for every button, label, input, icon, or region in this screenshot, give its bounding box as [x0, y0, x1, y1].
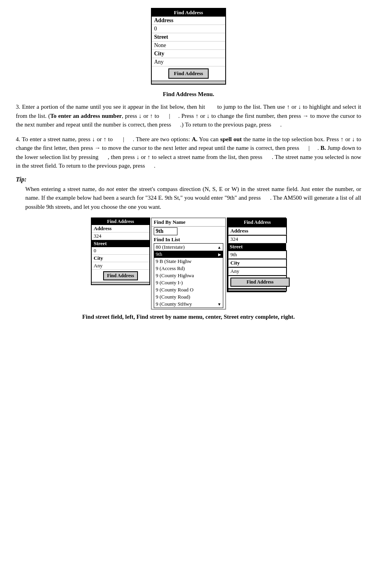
list-item-selected[interactable]: 9th ▶: [154, 251, 223, 258]
find-by-name-panel: Find By Name 9th Find In List 80 (Inters…: [151, 217, 226, 310]
list-item-last[interactable]: 9 (County StHwy ▼: [154, 301, 223, 308]
fbn-list-label: Find In List: [152, 236, 225, 243]
bottom-caption: Find street field, left, Find street by …: [16, 314, 361, 320]
fbn-input[interactable]: 9th: [154, 227, 177, 235]
right-address-value: 324: [228, 235, 287, 243]
city-label: City: [152, 50, 225, 58]
scroll-down-arrow: ▼: [217, 302, 221, 306]
address-label: Address: [152, 17, 225, 25]
top-caption: Find Address Menu.: [16, 91, 361, 98]
city-value: Any: [152, 58, 225, 66]
paragraph-1: 3. Enter a portion of the name until you…: [16, 102, 361, 129]
list-item[interactable]: 9 (County I-): [154, 279, 223, 286]
left-city-label: City: [92, 255, 149, 262]
right-city-value: Any: [228, 267, 287, 275]
list-item[interactable]: 80 (Interstate) ▲: [154, 244, 223, 251]
fbn-input-row: 9th: [152, 227, 225, 236]
right-street-value: 9th: [228, 250, 287, 259]
right-find-address-dialog: Find Address Address 324 Street 9th City…: [227, 217, 286, 292]
scroll-up-arrow: ▲: [217, 245, 221, 250]
right-dialog-bottom-bar: [228, 289, 287, 291]
list-item-text: 9 (County StHwy: [156, 301, 192, 307]
street-label: Street: [152, 33, 225, 42]
left-find-address-button[interactable]: Find Address: [103, 271, 138, 280]
left-street-value: 0: [92, 247, 149, 255]
find-address-btn-row: Find Address: [152, 66, 225, 81]
top-dialog: Find Address Address 0 Street None City …: [16, 8, 361, 88]
left-city-value: Any: [92, 262, 149, 270]
right-dialog-title: Find Address: [228, 218, 287, 227]
dialog-bottom-bar: [152, 81, 225, 84]
left-address-label: Address: [92, 225, 149, 233]
address-value: 0: [152, 25, 225, 33]
list-item-text: 9 (County Highwa: [156, 272, 194, 279]
list-item-text: 80 (Interstate): [156, 244, 185, 250]
left-address-value: 324: [92, 233, 149, 240]
fbn-list: 80 (Interstate) ▲ 9th ▶ 9 B (State Highw…: [154, 243, 223, 308]
list-item-text: 9 (County I-): [156, 280, 183, 286]
list-item[interactable]: 9 (County Road O: [154, 286, 223, 293]
right-street-label: Street: [228, 243, 285, 250]
top-dialog-title: Find Address: [152, 9, 225, 17]
tip-section: Tip: When entering a street name, do not…: [16, 176, 361, 212]
list-item-text: 9 (Access Rd): [156, 265, 185, 272]
street-value: None: [152, 42, 225, 50]
fbn-title: Find By Name: [152, 218, 225, 227]
tip-title: Tip:: [16, 176, 361, 183]
list-item-text: 9 (County Road): [156, 294, 190, 300]
screenshots-row: Find Address Address 324 Street 0 City A…: [16, 217, 361, 310]
top-find-address-dialog: Find Address Address 0 Street None City …: [151, 8, 226, 85]
list-item-text: 9 (County Road O: [156, 287, 194, 293]
left-find-address-dialog: Find Address Address 324 Street 0 City A…: [91, 217, 150, 285]
left-dialog-title: Find Address: [92, 218, 149, 225]
right-find-address-button[interactable]: Find Address: [230, 278, 290, 287]
list-item[interactable]: 9 (County Road): [154, 293, 223, 301]
list-item[interactable]: 9 (Access Rd): [154, 265, 223, 272]
list-item[interactable]: 9 B (State Highw: [154, 258, 223, 265]
left-dialog-bottom-bar: [92, 282, 149, 284]
left-find-address-btn-row: Find Address: [92, 270, 149, 282]
paragraph-2: 4. To enter a street name, press ↓ or ↑ …: [16, 135, 361, 170]
right-city-label: City: [228, 259, 287, 267]
scroll-right-icon: ▶: [218, 252, 221, 257]
right-address-label: Address: [228, 227, 287, 235]
tip-body: When entering a street name, do not ente…: [16, 185, 361, 212]
list-item[interactable]: 9 (County Highwa: [154, 272, 223, 279]
left-street-label: Street: [92, 240, 149, 247]
list-item-text: 9th: [156, 251, 162, 257]
right-find-address-btn-row: Find Address: [228, 275, 287, 289]
list-item-text: 9 B (State Highw: [156, 258, 192, 265]
find-address-button[interactable]: Find Address: [168, 68, 209, 79]
